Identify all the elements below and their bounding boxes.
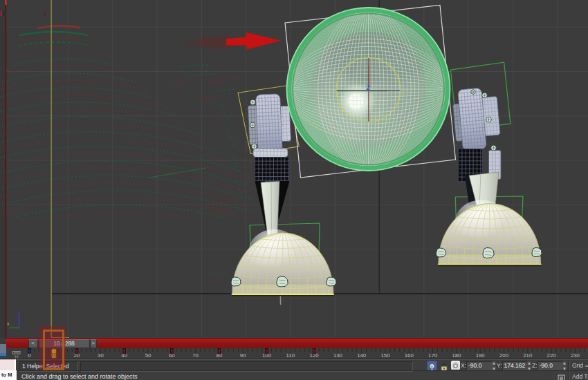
svg-text:210: 210 bbox=[523, 352, 533, 359]
svg-text:130: 130 bbox=[333, 352, 343, 359]
svg-text:150: 150 bbox=[380, 352, 390, 359]
svg-text:30: 30 bbox=[98, 352, 104, 359]
svg-text:140: 140 bbox=[357, 352, 367, 359]
svg-text:110: 110 bbox=[286, 352, 295, 359]
svg-text:0: 0 bbox=[28, 352, 31, 359]
svg-text:230: 230 bbox=[571, 352, 580, 359]
svg-text:190: 190 bbox=[476, 352, 486, 359]
svg-text:70: 70 bbox=[192, 352, 199, 359]
svg-text:170: 170 bbox=[428, 352, 438, 359]
svg-text:200: 200 bbox=[499, 352, 509, 359]
svg-text:50: 50 bbox=[145, 352, 151, 359]
svg-text:220: 220 bbox=[547, 352, 557, 359]
svg-text:x: x bbox=[7, 321, 10, 326]
svg-text:160: 160 bbox=[405, 352, 414, 359]
svg-text:180: 180 bbox=[452, 352, 461, 359]
svg-text:90: 90 bbox=[240, 352, 246, 359]
